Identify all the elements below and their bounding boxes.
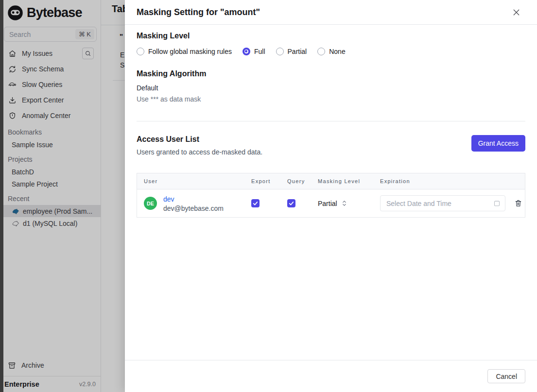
modal-body: Masking Level Follow global masking rule…: [125, 25, 537, 218]
column-header-expiration: Expiration: [373, 178, 525, 184]
radio-selected-icon: [243, 48, 250, 55]
modal-header: Masking Setting for "amount": [125, 0, 537, 25]
avatar: DE: [144, 197, 157, 210]
cancel-button[interactable]: Cancel: [487, 369, 525, 383]
access-user-table: User Export Query Masking Level Expirati…: [137, 173, 525, 218]
table-header: User Export Query Masking Level Expirati…: [137, 173, 525, 189]
export-cell: [244, 199, 280, 207]
chevron-up-down-icon: [342, 200, 347, 207]
column-header-masking-level: Masking Level: [311, 178, 373, 184]
radio-partial[interactable]: Partial: [276, 48, 307, 55]
masking-level-radio-group: Follow global masking rules Full Partial…: [137, 48, 525, 55]
divider: [137, 121, 525, 121]
modal-title: Masking Setting for "amount": [137, 7, 260, 17]
masking-level-value: Partial: [318, 200, 337, 207]
radio-follow-global-rules[interactable]: Follow global masking rules: [137, 48, 232, 55]
radio-label: Follow global masking rules: [148, 48, 232, 55]
export-checkbox[interactable]: [251, 199, 260, 207]
access-user-list-description: Users granted to access de-masked data.: [137, 148, 262, 156]
masking-level-select[interactable]: Partial: [311, 200, 373, 207]
table-row: DE dev dev@bytebase.com: [137, 189, 525, 217]
query-cell: [280, 199, 311, 207]
algorithm-description: Use *** as data mask: [137, 95, 525, 103]
radio-none[interactable]: None: [317, 48, 345, 55]
radio-icon: [317, 48, 325, 55]
user-cell: DE dev dev@bytebase.com: [137, 195, 244, 212]
radio-full[interactable]: Full: [243, 48, 265, 55]
delete-icon[interactable]: [513, 198, 523, 208]
close-icon[interactable]: [509, 5, 523, 19]
calendar-icon: [493, 200, 501, 207]
masking-level-heading: Masking Level: [137, 32, 525, 40]
column-header-export: Export: [244, 178, 280, 184]
radio-icon: [276, 48, 284, 55]
checkbox-checked-icon: [252, 200, 259, 206]
expiration-cell: Select Date and Time: [373, 195, 525, 211]
checkbox-checked-icon: [288, 200, 294, 206]
radio-label: Partial: [288, 48, 307, 55]
grant-access-button[interactable]: Grant Access: [471, 135, 525, 152]
algorithm-name: Default: [137, 84, 525, 92]
modal-footer: Cancel: [125, 360, 537, 392]
masking-algorithm-heading: Masking Algorithm: [137, 69, 525, 78]
user-email: dev@bytebase.com: [163, 205, 224, 212]
date-placeholder: Select Date and Time: [386, 200, 451, 207]
column-header-query: Query: [280, 178, 311, 184]
column-header-user: User: [137, 178, 244, 184]
radio-label: None: [329, 48, 345, 55]
user-link[interactable]: dev: [163, 195, 174, 203]
query-checkbox[interactable]: [287, 199, 295, 207]
masking-setting-modal: Masking Setting for "amount" Masking Lev…: [125, 0, 537, 392]
radio-icon: [137, 48, 144, 55]
access-user-list-heading: Access User List: [137, 135, 262, 144]
access-user-list-header: Access User List Users granted to access…: [137, 135, 525, 156]
expiration-date-input[interactable]: Select Date and Time: [380, 195, 505, 211]
radio-label: Full: [254, 48, 265, 55]
